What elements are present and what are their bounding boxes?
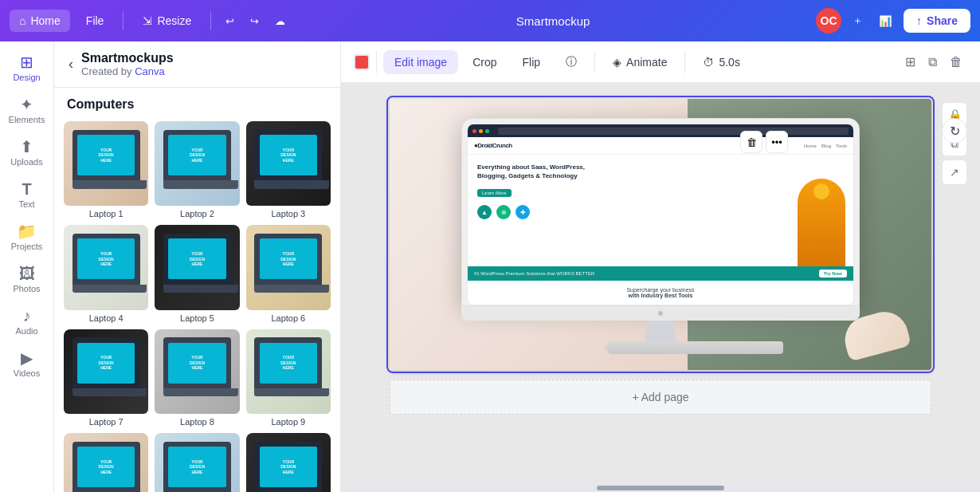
toolbar-right: ⊞ ⧉ 🗑: [900, 49, 967, 74]
resize-label: Resize: [157, 14, 191, 27]
mockup-grid-item[interactable]: YOURDESIGNHERE Laptop 2: [155, 121, 239, 218]
sidebar-item-audio[interactable]: ♪ Audio: [3, 301, 51, 342]
uploads-icon: ⬆: [20, 139, 33, 155]
hero-cta: Learn More: [477, 189, 512, 197]
animate-label: Animate: [626, 56, 667, 69]
sidebar-item-projects[interactable]: 📁 Projects: [3, 217, 51, 258]
panel-subtitle-link[interactable]: Canva: [135, 65, 165, 77]
text-icon: T: [22, 181, 31, 197]
icon-3: ✚: [515, 205, 530, 219]
mockup-grid-item[interactable]: YOURDESIGNHERE Laptop 12: [246, 433, 331, 492]
hero-text-col: Everything about Saas, WordPress,Bloggin…: [468, 155, 758, 266]
projects-icon: 📁: [17, 223, 37, 239]
resize-nav-btn[interactable]: ⇲ Resize: [133, 10, 201, 32]
panel-title-group: Smartmockups Created by Canva: [81, 51, 174, 77]
undo-btn[interactable]: ↩: [221, 10, 239, 32]
h-scroll-thumb: [597, 486, 724, 490]
hero-img-col: [758, 155, 853, 266]
mockup-grid-item[interactable]: YOURDESIGNHERE Laptop 6: [246, 225, 331, 322]
delete-btn[interactable]: 🗑: [945, 50, 967, 74]
chin-dot: [658, 311, 663, 316]
panel-back-btn[interactable]: ‹: [67, 54, 75, 74]
animate-btn[interactable]: ◈ Animate: [602, 50, 678, 74]
nav-divider-2: [210, 11, 211, 30]
info-btn[interactable]: ⓘ: [555, 49, 588, 75]
export-btn[interactable]: ↗: [942, 159, 967, 185]
mockup-grid-item[interactable]: YOURDESIGNHERE Laptop 5: [155, 225, 239, 322]
videos-icon: ▶: [21, 350, 33, 366]
grid-item-label: Laptop 3: [271, 209, 305, 218]
analytics-icon: 📊: [879, 15, 892, 27]
edit-image-btn[interactable]: Edit image: [383, 50, 458, 74]
sidebar-item-text[interactable]: T Text: [3, 175, 51, 215]
grid-item-label: Laptop 6: [271, 313, 305, 323]
mockup-grid-item[interactable]: YOURDESIGNHERE Laptop 11: [155, 433, 239, 492]
redo-icon: ↪: [250, 15, 259, 27]
mockup-grid-item[interactable]: YOURDESIGNHERE Laptop 8: [155, 329, 239, 427]
website-bottom: Supercharge your business with Industry …: [468, 281, 853, 305]
clock-icon: ⏱: [703, 56, 714, 69]
analytics-btn[interactable]: 📊: [874, 10, 897, 32]
delete-overlay-btn[interactable]: 🗑: [740, 131, 762, 153]
nav-dot-red: [472, 129, 476, 133]
sidebar-item-videos[interactable]: ▶ Videos: [3, 344, 51, 384]
toolbar-sep-1: [376, 51, 377, 73]
grid-view-btn[interactable]: ⊞: [900, 49, 920, 74]
share-btn[interactable]: ↑ Share: [904, 9, 970, 33]
imac-screen: ●DroidCrunch Home Blog Tools: [467, 124, 854, 305]
mockup-grid-item[interactable]: YOURDESIGNHERE Laptop 9: [246, 329, 331, 427]
more-overlay-btn[interactable]: •••: [766, 131, 788, 153]
undo-icon: ↩: [225, 15, 234, 27]
mockup-grid-item[interactable]: YOURDESIGNHERE Laptop 3: [246, 121, 331, 218]
mockup-grid: YOURDESIGNHERE Laptop 1 YOURDESIGNHERE: [64, 121, 331, 492]
sidebar-item-photos[interactable]: 🖼 Photos: [3, 259, 51, 300]
bottom-text-2: with Industry Best Tools: [474, 293, 847, 298]
cloud-btn[interactable]: ☁: [270, 10, 290, 32]
sidebar-label-design: Design: [13, 73, 40, 82]
duration-label: 5.0s: [719, 56, 739, 69]
panel-subtitle: Created by Canva: [81, 65, 174, 77]
flip-btn[interactable]: Flip: [512, 50, 552, 74]
mockup-grid-item[interactable]: YOURDESIGNHERE Laptop 1: [64, 121, 148, 218]
cloud-icon: ☁: [275, 15, 285, 27]
grid-item-label: Laptop 5: [180, 313, 214, 323]
toolbar-sep-3: [684, 51, 685, 73]
copy-btn[interactable]: ⧉: [923, 50, 942, 74]
home-nav-btn[interactable]: ⌂ Home: [10, 10, 70, 32]
website-header: ●DroidCrunch Home Blog Tools: [468, 137, 853, 155]
redo-btn[interactable]: ↪: [245, 10, 264, 32]
mockup-grid-item[interactable]: YOURDESIGNHERE Laptop 4: [64, 225, 148, 322]
add-page-bar[interactable]: + Add page: [390, 380, 931, 415]
file-nav-btn[interactable]: File: [76, 10, 114, 32]
imac-container: ●DroidCrunch Home Blog Tools: [461, 118, 860, 351]
color-swatch[interactable]: [354, 54, 370, 70]
user-avatar: OC: [816, 8, 841, 33]
hero-headline: Everything about Saas, WordPress,Bloggin…: [477, 163, 748, 180]
mockup-grid-item[interactable]: YOURDESIGNHERE Laptop 10: [64, 433, 148, 492]
add-page-label: + Add page: [632, 391, 688, 403]
keyboard: [608, 341, 783, 354]
add-btn[interactable]: ＋: [848, 9, 868, 33]
sidebar-item-uploads[interactable]: ⬆ Uploads: [3, 132, 51, 173]
rotate-btn[interactable]: ↻: [942, 118, 967, 144]
nav-divider-1: [123, 11, 123, 30]
duration-btn[interactable]: ⏱ 5.0s: [692, 50, 751, 74]
grid-item-label: Laptop 1: [89, 209, 123, 218]
secondary-toolbar: Edit image Crop Flip ⓘ ◈ Animate ⏱ 5.0s: [341, 41, 980, 83]
mockup-grid-item[interactable]: YOURDESIGNHERE Laptop 7: [64, 329, 148, 427]
mockup-background: ●DroidCrunch Home Blog Tools: [390, 99, 931, 370]
crop-btn[interactable]: Crop: [461, 50, 508, 74]
sidebar-item-elements[interactable]: ✦ Elements: [3, 90, 51, 131]
panel-content: Computers YOURDESIGNHERE Laptop 1: [54, 88, 340, 492]
sidebar-item-design[interactable]: ⊞ Design: [3, 48, 51, 89]
canvas-scroll[interactable]: ●DroidCrunch Home Blog Tools: [341, 83, 980, 484]
sidebar-label-videos: Videos: [14, 368, 40, 378]
url-bar: [498, 128, 849, 135]
sidebar: ⊞ Design ✦ Elements ⬆ Uploads T Text 📁 P…: [0, 41, 54, 492]
brand-logo: ●DroidCrunch: [474, 142, 512, 149]
grid-item-label: Laptop 7: [89, 417, 123, 427]
person-head: [813, 183, 829, 199]
sidebar-label-uploads: Uploads: [10, 157, 42, 167]
h-scrollbar[interactable]: [341, 484, 980, 492]
sidebar-label-projects: Projects: [11, 242, 43, 251]
